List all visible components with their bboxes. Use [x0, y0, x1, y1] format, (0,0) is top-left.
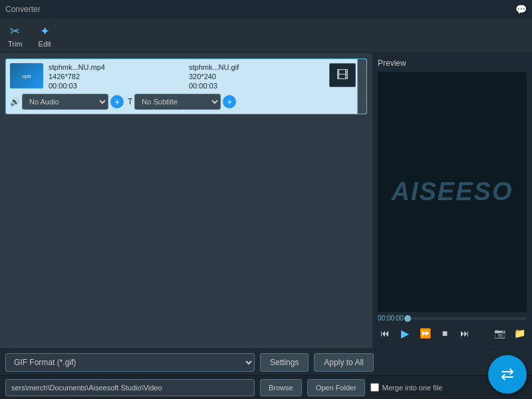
dst-duration: 00:00:03 — [189, 82, 324, 90]
fast-forward-button[interactable]: ⏩ — [418, 326, 432, 340]
dst-resolution: 320*240 — [189, 72, 324, 80]
current-time: 00:00:00 — [378, 315, 404, 322]
open-output-folder-button[interactable]: Open Folder — [307, 379, 365, 396]
file-item-content: upb stphmk...NU.mp4 1426*782 00:00:03 st… — [10, 63, 362, 90]
src-duration: 00:00:03 — [49, 82, 184, 90]
scrollbar[interactable] — [357, 59, 366, 114]
file-item: ✕ upb stphmk...NU.mp4 1426*782 00:00:03 … — [5, 59, 367, 114]
convert-icon: ⇄ — [501, 365, 514, 384]
convert-button[interactable]: ⇄ — [488, 355, 527, 394]
timeline: 00:00:00 — [378, 312, 527, 323]
file-format-icon: 🎞 — [329, 63, 356, 87]
player-controls: ⏮ ▶ ⏩ ■ ⏭ 📷 📁 — [378, 323, 527, 343]
format-select[interactable]: GIF Format (*.gif) — [5, 353, 255, 372]
timeline-thumb[interactable] — [404, 315, 411, 322]
trim-label: Trim — [8, 40, 23, 48]
thumb-text: upb — [22, 73, 31, 79]
dropdowns-row: 🔊 No Audio + T No Subtitle + — [10, 94, 362, 110]
preview-panel: Preview AISEESO 00:00:00 ⏮ ▶ ⏩ ■ ⏭ 📷 📁 — [372, 53, 532, 348]
play-button[interactable]: ▶ — [398, 326, 412, 340]
audio-icon: 🔊 — [10, 97, 20, 106]
destination-info: stphmk...NU.gif 320*240 00:00:03 — [189, 63, 324, 90]
stop-button[interactable]: ■ — [438, 326, 452, 340]
edit-label: Edit — [39, 40, 51, 48]
subtitle-dropdown[interactable]: No Subtitle — [134, 94, 221, 110]
main-area: ✕ upb stphmk...NU.mp4 1426*782 00:00:03 … — [0, 53, 532, 348]
preview-screen: AISEESO — [378, 72, 527, 312]
path-bar: Browse Open Folder Merge into one file — [0, 375, 532, 399]
output-path-input[interactable] — [5, 379, 255, 396]
toolbar: ✂ Trim ✦ Edit — [0, 19, 532, 53]
screenshot-button[interactable]: 📷 — [492, 326, 507, 340]
trim-icon: ✂ — [10, 24, 20, 39]
open-folder-button[interactable]: 📁 — [512, 326, 527, 340]
apply-to-all-button[interactable]: Apply to All — [314, 353, 373, 372]
audio-dropdown-group: 🔊 No Audio + — [10, 94, 124, 110]
file-details: stphmk...NU.mp4 1426*782 00:00:03 stphmk… — [49, 63, 362, 90]
add-audio-button[interactable]: + — [110, 95, 124, 108]
preview-watermark: AISEESO — [392, 178, 513, 206]
app-title: Converter — [5, 5, 41, 14]
skip-end-button[interactable]: ⏭ — [458, 326, 472, 340]
browse-button[interactable]: Browse — [260, 379, 302, 396]
format-bar: GIF Format (*.gif) Settings Apply to All — [0, 348, 532, 375]
dst-filename: stphmk...NU.gif — [189, 63, 324, 71]
edit-button[interactable]: ✦ Edit — [39, 24, 51, 48]
preview-label: Preview — [378, 59, 527, 68]
merge-checkbox[interactable] — [370, 383, 379, 392]
file-list-panel: ✕ upb stphmk...NU.mp4 1426*782 00:00:03 … — [0, 53, 372, 348]
merge-text: Merge into one file — [382, 384, 443, 392]
subtitle-icon: T — [128, 97, 132, 106]
chat-icon[interactable]: 💬 — [515, 4, 527, 15]
subtitle-dropdown-group: T No Subtitle + — [128, 94, 236, 110]
source-info: stphmk...NU.mp4 1426*782 00:00:03 — [49, 63, 184, 90]
add-subtitle-button[interactable]: + — [223, 95, 236, 108]
src-resolution: 1426*782 — [49, 72, 184, 80]
file-thumbnail: upb — [10, 63, 43, 88]
settings-button[interactable]: Settings — [260, 353, 309, 372]
src-filename: stphmk...NU.mp4 — [49, 63, 184, 71]
title-bar: Converter 💬 — [0, 0, 532, 19]
skip-start-button[interactable]: ⏮ — [378, 326, 392, 340]
merge-label: Merge into one file — [370, 383, 443, 392]
trim-button[interactable]: ✂ Trim — [8, 24, 23, 48]
audio-dropdown[interactable]: No Audio — [22, 94, 108, 110]
timeline-bar[interactable] — [408, 317, 527, 320]
edit-icon: ✦ — [40, 24, 50, 39]
